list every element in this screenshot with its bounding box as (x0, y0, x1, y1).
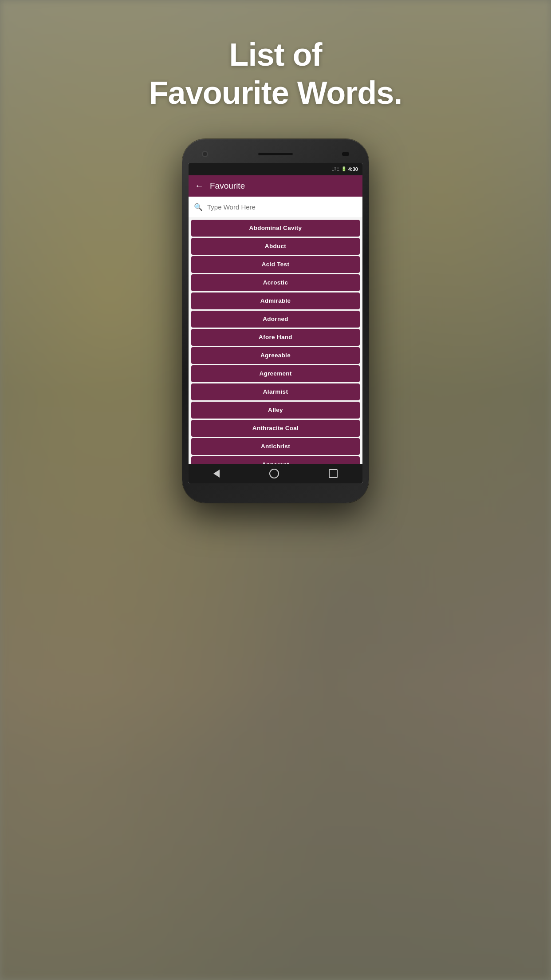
word-label: Abdominal Cavity (249, 225, 302, 231)
app-header: ← Favourite (189, 175, 362, 197)
list-item[interactable]: Abduct (191, 238, 360, 255)
list-item[interactable]: Adorned (191, 311, 360, 328)
phone-camera (202, 151, 208, 157)
list-item[interactable]: Apparent (191, 456, 360, 464)
word-label: Adorned (263, 316, 288, 322)
list-item[interactable]: Admirable (191, 292, 360, 309)
word-label: Antichrist (261, 443, 290, 450)
list-item[interactable]: Afore Hand (191, 329, 360, 346)
phone-bottom-outside (189, 483, 362, 497)
list-item[interactable]: Alarmist (191, 383, 360, 400)
lte-icon: LTE (331, 166, 339, 171)
word-list: Abdominal CavityAbductAcid TestAcrosticA… (189, 218, 362, 464)
page-title: List of Favourite Words. (149, 36, 402, 112)
phone-speaker (258, 152, 293, 156)
nav-back-button[interactable] (206, 466, 227, 481)
list-item[interactable]: Agreement (191, 365, 360, 382)
nav-recents-button[interactable] (322, 466, 345, 482)
list-item[interactable]: Antichrist (191, 438, 360, 455)
list-item[interactable]: Abdominal Cavity (191, 220, 360, 237)
back-button[interactable]: ← (195, 181, 204, 191)
word-label: Acid Test (262, 261, 289, 268)
bottom-nav-bar (189, 464, 362, 483)
list-item[interactable]: Agreeable (191, 347, 360, 364)
phone-ir (342, 152, 349, 156)
status-icons: LTE 🔋 4:30 (331, 166, 358, 172)
search-icon: 🔍 (194, 203, 203, 211)
word-label: Alley (268, 407, 283, 413)
list-item[interactable]: Anthracite Coal (191, 420, 360, 437)
word-label: Agreement (259, 370, 291, 377)
search-bar: 🔍 (189, 197, 362, 218)
word-label: Anthracite Coal (252, 425, 299, 431)
word-label: Acrostic (263, 279, 288, 286)
word-label: Abduct (265, 243, 286, 249)
search-input[interactable] (207, 203, 357, 211)
status-bar: LTE 🔋 4:30 (189, 163, 362, 175)
phone-top-bar (189, 145, 362, 163)
list-item[interactable]: Acrostic (191, 274, 360, 291)
header-title: Favourite (210, 181, 245, 191)
list-item[interactable]: Alley (191, 402, 360, 419)
phone-screen: LTE 🔋 4:30 ← Favourite 🔍 Abdominal Cavit… (189, 163, 362, 483)
phone-mockup: LTE 🔋 4:30 ← Favourite 🔍 Abdominal Cavit… (182, 139, 369, 503)
word-label: Apparent (262, 461, 289, 464)
word-label: Admirable (260, 297, 291, 304)
nav-home-button[interactable] (262, 465, 286, 482)
clock: 4:30 (348, 166, 358, 172)
word-label: Agreeable (260, 352, 291, 359)
word-label: Alarmist (263, 388, 288, 395)
list-item[interactable]: Acid Test (191, 256, 360, 273)
phone-shell: LTE 🔋 4:30 ← Favourite 🔍 Abdominal Cavit… (182, 139, 369, 503)
battery-icon: 🔋 (341, 166, 346, 171)
word-label: Afore Hand (259, 334, 292, 340)
